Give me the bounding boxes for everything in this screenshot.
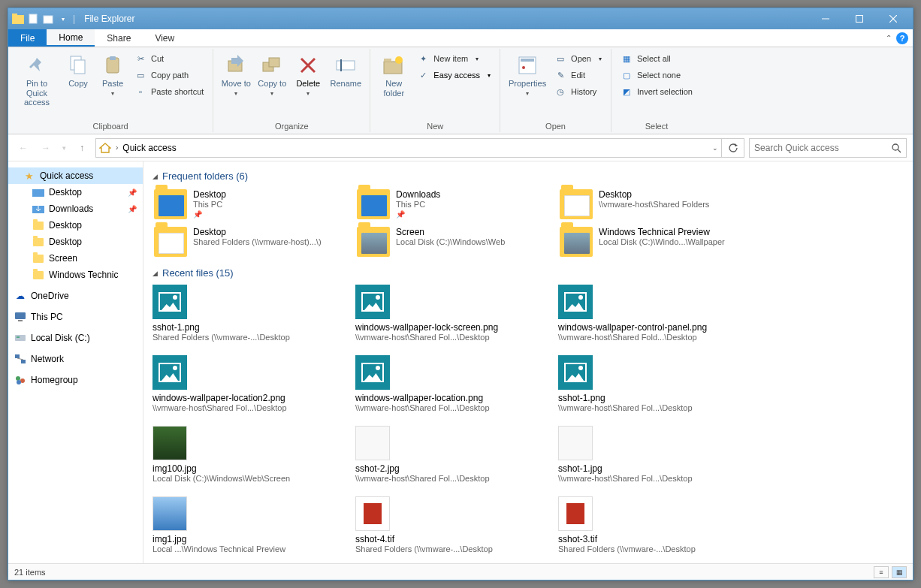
navpane-downloads-pinned[interactable]: Downloads📌 [8, 201, 143, 217]
qat-new-folder-icon[interactable] [41, 12, 55, 26]
history-button[interactable]: ◷History [551, 83, 605, 100]
thumbnails-view-button[interactable]: ▦ [892, 566, 907, 578]
svg-rect-12 [110, 56, 116, 60]
folder-thumbnail [357, 189, 390, 219]
frequent-folder-item[interactable]: Screen Local Disk (C:)\Windows\Web [355, 225, 543, 258]
navpane-local-disk[interactable]: Local Disk (C:) [8, 330, 143, 346]
frequent-folder-item[interactable]: Windows Technical Preview Local Disk (C:… [558, 225, 746, 258]
navpane-network[interactable]: Network [8, 351, 143, 367]
select-all-button[interactable]: ▦Select all [618, 50, 696, 67]
forward-button[interactable]: → [37, 139, 55, 157]
recent-file-item[interactable]: windows-wallpaper-location.png \\vmware-… [355, 355, 543, 412]
frequent-folders-header[interactable]: ◢ Frequent folders (6) [152, 170, 904, 182]
svg-rect-3 [44, 16, 53, 23]
properties-button[interactable]: Properties [506, 50, 548, 100]
navpane-homegroup[interactable]: Homegroup [8, 372, 143, 388]
invert-selection-button[interactable]: ◩Invert selection [618, 83, 696, 100]
paste-shortcut-icon: ▫ [134, 86, 146, 98]
open-button[interactable]: ▭Open▾ [551, 50, 605, 67]
recent-file-item[interactable]: sshot-2.jpg \\vmware-host\Shared Fol...\… [355, 426, 543, 483]
copy-button[interactable]: Copy [62, 50, 94, 92]
paste-icon [101, 53, 125, 77]
help-icon[interactable]: ? [896, 32, 908, 44]
navpane-desktop-2[interactable]: Desktop [8, 217, 143, 234]
copy-to-button[interactable]: Copy to [255, 50, 288, 100]
content-area: ◢ Frequent folders (6) Desktop This PC 📌… [143, 161, 913, 563]
tab-home[interactable]: Home [47, 29, 95, 47]
recent-file-item[interactable]: windows-wallpaper-location2.png \\vmware… [152, 355, 340, 412]
navpane-quick-access[interactable]: ★ Quick access [8, 167, 143, 184]
search-icon [891, 143, 901, 153]
up-button[interactable]: ↑ [73, 139, 91, 157]
maximize-button[interactable] [842, 8, 876, 29]
address-bar[interactable]: › Quick access ⌄ [95, 138, 722, 158]
delete-button[interactable]: Delete [291, 50, 325, 100]
recent-file-item[interactable]: img1.jpg Local ...\Windows Technical Pre… [152, 496, 340, 553]
new-item-button[interactable]: ✦New item▾ [414, 50, 494, 67]
address-dropdown-icon[interactable]: ⌄ [712, 144, 718, 152]
ribbon-collapse-icon[interactable]: ⌃ [886, 34, 892, 42]
folder-icon [32, 252, 44, 264]
navpane-windows-technical[interactable]: Windows Technic [8, 267, 143, 283]
pin-to-quick-access-button[interactable]: Pin to Quick access [14, 50, 59, 110]
qat-dropdown-icon[interactable]: ▾ [56, 12, 70, 26]
recent-file-item[interactable]: sshot-1.jpg \\vmware-host\Shared Fol...\… [558, 426, 746, 483]
svg-point-40 [17, 380, 21, 384]
ribbon-group-new: New folder ✦New item▾ ✓Easy access▾ New [370, 49, 500, 132]
svg-line-37 [17, 358, 23, 360]
search-box[interactable] [749, 138, 907, 158]
svg-rect-21 [384, 59, 391, 62]
recent-file-item[interactable]: sshot-1.png Shared Folders (\\vmware-...… [152, 285, 340, 342]
folder-path: \\vmware-host\Shared Folders [599, 200, 709, 209]
search-input[interactable] [754, 143, 891, 153]
recent-file-item[interactable]: sshot-1.png \\vmware-host\Shared Fol...\… [558, 355, 746, 412]
navpane-desktop-3[interactable]: Desktop [8, 234, 143, 250]
navpane-this-pc[interactable]: This PC [8, 309, 143, 325]
copy-path-icon: ▭ [134, 69, 146, 81]
back-button[interactable]: ← [14, 139, 32, 157]
cut-button[interactable]: ✂Cut [131, 50, 207, 67]
breadcrumb[interactable]: Quick access [122, 143, 176, 153]
refresh-button[interactable] [722, 138, 744, 158]
svg-line-28 [898, 149, 901, 152]
easy-access-button[interactable]: ✓Easy access▾ [414, 67, 494, 83]
select-none-button[interactable]: ▢Select none [618, 67, 696, 83]
recent-file-item[interactable]: sshot-4.tif Shared Folders (\\vmware-...… [355, 496, 543, 553]
recent-locations-button[interactable]: ▾ [59, 139, 68, 157]
file-path: \\vmware-host\Shared Fold...\Desktop [558, 333, 746, 342]
details-view-button[interactable]: ≡ [874, 566, 889, 578]
svg-rect-10 [74, 60, 85, 74]
tab-share[interactable]: Share [95, 29, 143, 47]
paste-button[interactable]: Paste [97, 50, 128, 100]
select-none-icon: ▢ [621, 69, 633, 81]
properties-icon [515, 53, 539, 77]
navpane-onedrive[interactable]: ☁OneDrive [8, 288, 143, 304]
home-icon [99, 143, 111, 153]
recent-file-item[interactable]: sshot-3.tif Shared Folders (\\vmware-...… [558, 496, 746, 553]
navpane-screen[interactable]: Screen [8, 250, 143, 267]
recent-files-header[interactable]: ◢ Recent files (15) [152, 267, 904, 279]
recent-file-item[interactable]: img100.jpg Local Disk (C:)\Windows\Web\S… [152, 426, 340, 483]
close-button[interactable] [876, 8, 910, 29]
frequent-folder-item[interactable]: Downloads This PC 📌 [355, 188, 543, 221]
status-bar: 21 items ≡ ▦ [8, 563, 913, 580]
rename-button[interactable]: Rename [328, 50, 364, 92]
recent-file-item[interactable]: windows-wallpaper-lock-screen.png \\vmwa… [355, 285, 543, 342]
ribbon-group-select: ▦Select all ▢Select none ◩Invert selecti… [611, 49, 702, 132]
frequent-folder-item[interactable]: Desktop Shared Folders (\\vmware-host)..… [152, 225, 340, 258]
ribbon: Pin to Quick access Copy Paste ✂Cut ▭Cop… [8, 47, 913, 134]
navpane-desktop-pinned[interactable]: Desktop📌 [8, 184, 143, 201]
qat-properties-icon[interactable] [26, 12, 40, 26]
minimize-button[interactable] [808, 8, 842, 29]
move-to-button[interactable]: Move to [219, 50, 252, 100]
copy-path-button[interactable]: ▭Copy path [131, 67, 207, 83]
recent-file-item[interactable]: windows-wallpaper-control-panel.png \\vm… [558, 285, 746, 342]
tab-view[interactable]: View [143, 29, 186, 47]
folder-thumbnail [357, 227, 390, 257]
frequent-folder-item[interactable]: Desktop This PC 📌 [152, 188, 340, 221]
frequent-folder-item[interactable]: Desktop \\vmware-host\Shared Folders [558, 188, 746, 221]
paste-shortcut-button[interactable]: ▫Paste shortcut [131, 83, 207, 100]
new-folder-button[interactable]: New folder [376, 50, 411, 101]
tab-file[interactable]: File [8, 29, 47, 47]
edit-button[interactable]: ✎Edit [551, 67, 605, 83]
